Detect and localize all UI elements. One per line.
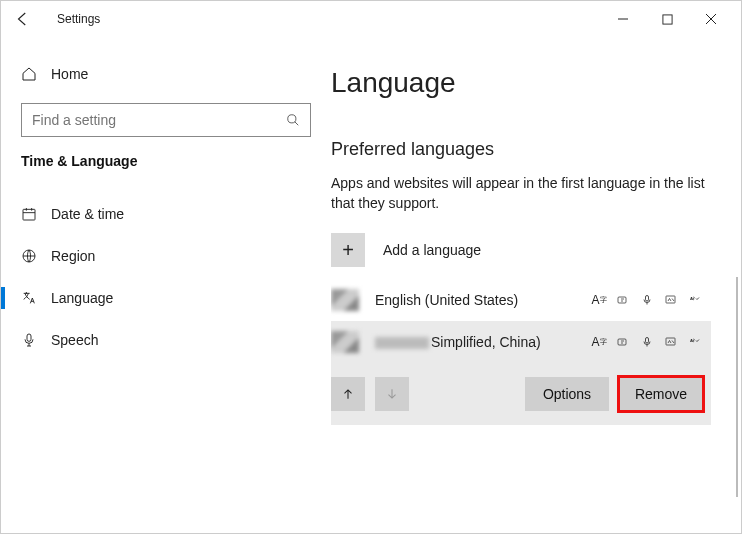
svg-rect-16	[646, 338, 649, 344]
sidebar-item-label: Language	[51, 290, 113, 306]
svg-rect-13	[646, 296, 649, 302]
close-button[interactable]	[689, 4, 733, 34]
maximize-button[interactable]	[645, 4, 689, 34]
home-icon	[21, 66, 37, 82]
calendar-icon	[21, 206, 37, 222]
svg-line-5	[295, 122, 299, 126]
speech-icon	[639, 335, 655, 349]
move-up-button[interactable]	[331, 377, 365, 411]
display-lang-icon: A字	[591, 293, 607, 307]
language-icon	[21, 290, 37, 306]
svg-rect-6	[23, 209, 35, 220]
add-language-label: Add a language	[383, 242, 481, 258]
home-label: Home	[51, 66, 88, 82]
titlebar: Settings	[1, 1, 741, 37]
sidebar: Home Time & Language Date & time Region …	[1, 37, 331, 533]
svg-rect-11	[27, 334, 31, 341]
svg-rect-12	[618, 297, 626, 303]
feature-icons: A字	[591, 335, 703, 349]
handwriting-icon	[663, 335, 679, 349]
sidebar-item-speech[interactable]: Speech	[1, 319, 331, 361]
sidebar-item-language[interactable]: Language	[1, 277, 331, 319]
spellcheck-icon	[687, 293, 703, 307]
language-name: English (United States)	[375, 292, 591, 308]
scrollbar-indicator[interactable]	[736, 277, 738, 497]
feature-icons: A字	[591, 293, 703, 307]
page-title: Language	[331, 67, 711, 99]
language-thumb-icon	[331, 331, 359, 353]
sidebar-item-label: Date & time	[51, 206, 124, 222]
main-panel: Language Preferred languages Apps and we…	[331, 37, 741, 533]
microphone-icon	[21, 332, 37, 348]
minimize-button[interactable]	[601, 4, 645, 34]
settings-window: Settings Home Time & Language	[0, 0, 742, 534]
sidebar-item-region[interactable]: Region	[1, 235, 331, 277]
plus-icon: +	[331, 233, 365, 267]
svg-rect-1	[662, 14, 671, 23]
tts-icon	[615, 293, 631, 307]
section-label: Time & Language	[1, 153, 331, 169]
display-lang-icon: A字	[591, 335, 607, 349]
redacted-text	[375, 337, 429, 349]
svg-rect-15	[618, 339, 626, 345]
options-button[interactable]: Options	[525, 377, 609, 411]
search-input-wrap[interactable]	[21, 103, 311, 137]
globe-icon	[21, 248, 37, 264]
home-nav[interactable]: Home	[1, 53, 331, 95]
tts-icon	[615, 335, 631, 349]
language-item-chinese-simplified-selected: Simplified, China) A字	[331, 321, 711, 425]
add-language-button[interactable]: + Add a language	[331, 233, 711, 267]
remove-button[interactable]: Remove	[619, 377, 703, 411]
content-area: Home Time & Language Date & time Region …	[1, 37, 741, 533]
handwriting-icon	[663, 293, 679, 307]
language-item-chinese-simplified[interactable]: Simplified, China) A字	[331, 331, 703, 353]
language-item-english-us[interactable]: English (United States) A字	[331, 279, 711, 321]
search-icon	[286, 113, 300, 127]
back-button[interactable]	[9, 5, 37, 33]
language-thumb-icon	[331, 289, 359, 311]
section-description: Apps and websites will appear in the fir…	[331, 174, 711, 213]
section-heading: Preferred languages	[331, 139, 711, 160]
speech-icon	[639, 293, 655, 307]
sidebar-item-label: Speech	[51, 332, 98, 348]
language-name: Simplified, China)	[375, 334, 591, 350]
search-input[interactable]	[32, 112, 286, 128]
language-actions: Options Remove	[331, 377, 703, 411]
sidebar-item-date-time[interactable]: Date & time	[1, 193, 331, 235]
svg-point-4	[288, 115, 296, 123]
window-title: Settings	[57, 12, 100, 26]
spellcheck-icon	[687, 335, 703, 349]
sidebar-item-label: Region	[51, 248, 95, 264]
move-down-button[interactable]	[375, 377, 409, 411]
